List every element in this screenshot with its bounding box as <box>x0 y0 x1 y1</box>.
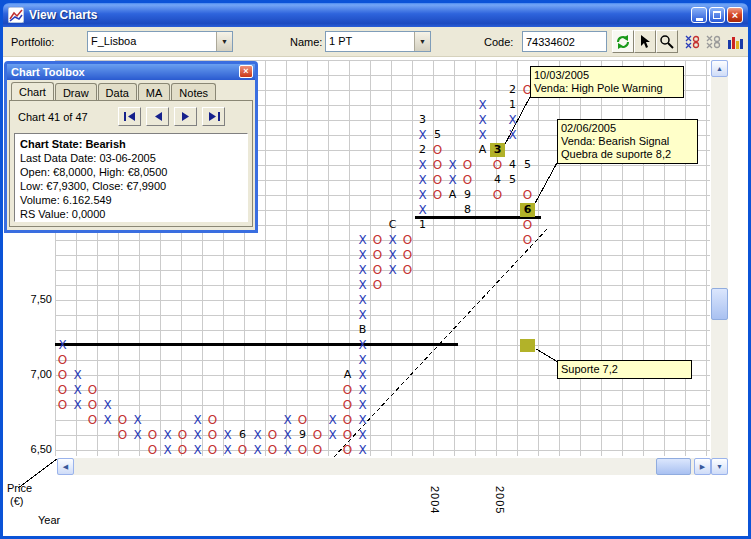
first-chart-button[interactable] <box>118 107 141 126</box>
scroll-right-arrow[interactable]: ▶ <box>694 458 711 475</box>
close-button[interactable]: × <box>727 7 743 23</box>
next-chart-button[interactable] <box>174 107 197 126</box>
next-icon <box>181 112 191 121</box>
chart-position-text: Chart 41 of 47 <box>18 111 88 123</box>
chart-state-panel: Chart State: Bearish Last Data Date: 03-… <box>14 133 248 222</box>
pf-tool-disabled-icon <box>705 34 722 50</box>
minimize-button[interactable] <box>691 7 707 23</box>
portfolio-value: F_Lisboa <box>88 32 216 51</box>
dropdown-arrow-icon[interactable]: ▼ <box>414 32 430 51</box>
cursor-button[interactable] <box>634 30 656 53</box>
refresh-button[interactable] <box>612 30 634 53</box>
chart-state: Chart State: Bearish <box>20 137 242 151</box>
scroll-up-arrow[interactable]: ▲ <box>711 60 728 77</box>
prev-icon <box>153 112 163 121</box>
toolbox-titlebar[interactable]: Chart Toolbox × <box>7 64 255 80</box>
note-line: Suporte 7,2 <box>561 363 688 376</box>
pf-tool-button[interactable] <box>681 30 703 53</box>
year-tick-label: 2004 <box>429 486 441 514</box>
minimize-icon <box>696 18 703 21</box>
pf-tool-icon <box>684 34 701 50</box>
price-tick-label: 7,50 <box>16 293 52 305</box>
price-axis-unit-label: (€) <box>10 495 23 507</box>
tab-draw[interactable]: Draw <box>55 83 97 101</box>
maximize-icon <box>713 11 721 19</box>
scroll-down-arrow[interactable]: ▼ <box>711 458 728 475</box>
tab-ma[interactable]: MA <box>138 83 171 101</box>
open-high: Open: €8,0000, High: €8,0500 <box>20 165 242 179</box>
horizontal-scrollbar[interactable]: ◀ ▶ <box>57 458 711 475</box>
year-axis-label: Year <box>38 514 60 526</box>
window-title: View Charts <box>29 8 97 22</box>
price-axis-label: Price <box>7 482 32 494</box>
portfolio-combobox[interactable]: F_Lisboa ▼ <box>87 31 233 52</box>
last-chart-button[interactable] <box>202 107 225 126</box>
prev-chart-button[interactable] <box>146 107 169 126</box>
titlebar[interactable]: View Charts × <box>3 3 748 27</box>
first-icon <box>124 112 136 121</box>
dropdown-arrow-icon[interactable]: ▼ <box>216 32 232 51</box>
cursor-icon <box>637 34 653 50</box>
code-input[interactable] <box>522 31 607 52</box>
tab-data[interactable]: Data <box>98 83 137 101</box>
last-icon <box>208 112 220 121</box>
name-label: Name: <box>290 36 322 48</box>
toolbar: Portfolio: F_Lisboa ▼ Name: 1 PT ▼ Code: <box>3 27 748 57</box>
toolbox-tab-panel: Chart 41 of 47 Chart State: Bearish Last… <box>9 100 253 227</box>
toolbox-title: Chart Toolbox <box>11 66 85 78</box>
portfolio-label: Portfolio: <box>11 36 54 48</box>
last-data-date: Last Data Date: 03-06-2005 <box>20 151 242 165</box>
h-scrollbar-thumb[interactable] <box>656 458 691 475</box>
tab-notes[interactable]: Notes <box>171 83 216 101</box>
volume: Volume: 6.162.549 <box>20 193 242 207</box>
name-value: 1 PT <box>326 32 414 51</box>
chart-type-button[interactable] <box>723 30 749 53</box>
code-label: Code: <box>484 36 513 48</box>
v-scrollbar-thumb[interactable] <box>711 288 728 320</box>
low-close: Low: €7,9300, Close: €7,9900 <box>20 179 242 193</box>
note-line: 10/03/2005 <box>534 69 680 82</box>
chart-toolbox-window[interactable]: Chart Toolbox × Chart Draw Data MA Notes… <box>4 61 258 233</box>
zoom-button[interactable] <box>656 30 678 53</box>
view-charts-window: View Charts × Portfolio: F_Lisboa ▼ Name… <box>0 0 751 539</box>
price-tick-label: 6,50 <box>16 443 52 455</box>
price-tick-label: 7,00 <box>16 368 52 380</box>
zoom-icon <box>659 34 675 50</box>
note-suporte[interactable]: Suporte 7,2 <box>557 360 692 379</box>
note-line: Quebra de suporte 8,2 <box>561 148 694 161</box>
rs-value: RS Value: 0,0000 <box>20 207 242 221</box>
note-line: Venda: High Pole Warning <box>534 82 680 95</box>
toolbox-close-button[interactable]: × <box>239 65 253 78</box>
maximize-button[interactable] <box>709 7 725 23</box>
year-tick-label: 2005 <box>494 486 506 514</box>
scroll-left-arrow[interactable]: ◀ <box>57 458 74 475</box>
name-combobox[interactable]: 1 PT ▼ <box>325 31 431 52</box>
vertical-scrollbar[interactable]: ▲ ▼ <box>711 60 728 475</box>
app-icon <box>8 7 24 23</box>
note-bearish-signal[interactable]: 02/06/2005 Venda: Bearish Signal Quebra … <box>557 119 698 164</box>
pf-tool-disabled-button <box>702 30 724 53</box>
bar-chart-icon <box>727 34 745 50</box>
tab-chart[interactable]: Chart <box>11 82 54 100</box>
note-line: 02/06/2005 <box>561 122 694 135</box>
refresh-icon <box>615 34 631 50</box>
note-line: Venda: Bearish Signal <box>561 135 694 148</box>
note-high-pole-warning[interactable]: 10/03/2005 Venda: High Pole Warning <box>530 66 684 98</box>
